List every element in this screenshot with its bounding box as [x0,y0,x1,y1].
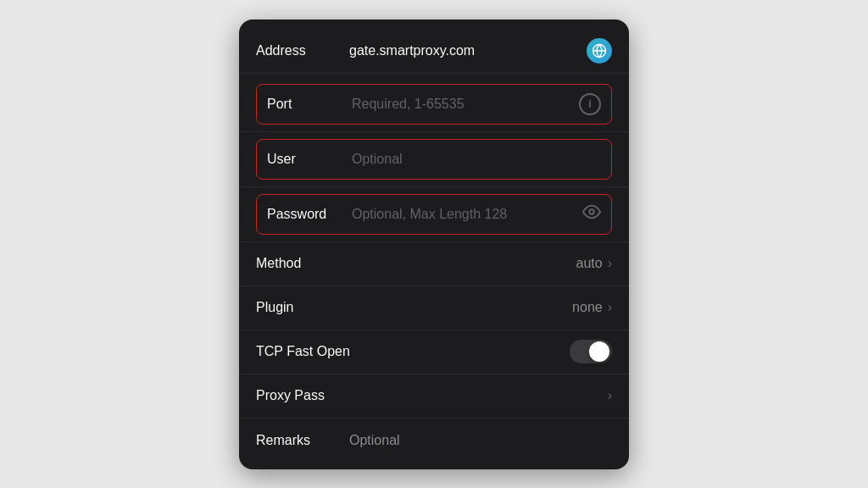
proxy-pass-row[interactable]: Proxy Pass › [239,374,629,419]
tcp-fast-open-label: TCP Fast Open [256,344,350,359]
proxy-pass-label: Proxy Pass [256,388,349,403]
user-row-container: User Optional [239,132,629,187]
toggle-knob [589,341,609,362]
method-chevron-icon: › [608,256,612,271]
password-label: Password [267,207,352,222]
user-input-row[interactable]: User Optional [256,139,612,180]
method-value: auto [576,256,603,271]
settings-card: Address gate.smartproxy.com Port Require… [239,19,629,469]
proxy-pass-chevron-icon: › [608,388,612,403]
tcp-fast-open-toggle[interactable] [570,340,612,363]
password-input-row[interactable]: Password Optional, Max Length 128 [256,194,612,235]
svg-point-2 [589,209,594,214]
plugin-value: none [572,300,603,315]
address-value: gate.smartproxy.com [349,43,587,58]
eye-icon[interactable] [582,202,601,225]
port-label: Port [267,97,352,112]
password-row-container: Password Optional, Max Length 128 [239,187,629,242]
remarks-label: Remarks [256,433,349,448]
globe-icon[interactable] [587,38,612,64]
method-row[interactable]: Method auto › [239,242,629,286]
method-label: Method [256,256,349,271]
info-icon[interactable]: i [579,93,601,115]
address-label: Address [256,43,349,58]
port-input-row[interactable]: Port Required, 1-65535 i [256,84,612,125]
plugin-label: Plugin [256,300,349,315]
port-placeholder: Required, 1-65535 [352,97,579,112]
plugin-row[interactable]: Plugin none › [239,286,629,330]
address-row: Address gate.smartproxy.com [239,30,629,74]
user-placeholder: Optional [352,152,601,167]
port-row-container: Port Required, 1-65535 i [239,77,629,132]
tcp-fast-open-row: TCP Fast Open [239,330,629,374]
password-placeholder: Optional, Max Length 128 [352,207,576,222]
user-label: User [267,152,352,167]
plugin-chevron-icon: › [608,300,612,315]
remarks-row: Remarks Optional [239,419,629,463]
remarks-placeholder: Optional [349,433,612,448]
